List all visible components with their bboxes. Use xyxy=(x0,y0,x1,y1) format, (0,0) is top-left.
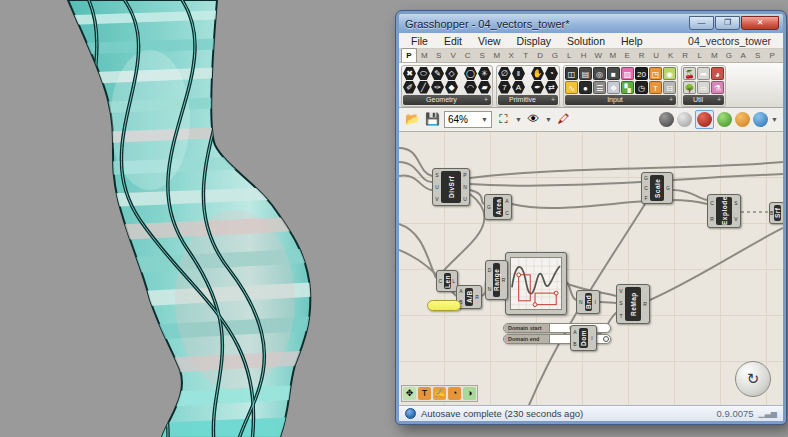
output-port-u[interactable]: U xyxy=(461,197,469,202)
hand-icon[interactable]: ✋ xyxy=(531,67,544,80)
output-port-p[interactable]: P xyxy=(461,173,469,178)
box3d-tool-icon[interactable]: ◳ xyxy=(649,67,662,80)
panel-tool-icon[interactable]: ▤ xyxy=(579,67,592,80)
star-icon[interactable]: ✳ xyxy=(478,67,491,80)
preview-wire-sphere-icon[interactable] xyxy=(677,112,692,127)
preview-shaded-gem-icon-selected[interactable] xyxy=(695,110,714,129)
spray-green-icon[interactable] xyxy=(717,112,732,127)
open-file-icon[interactable]: 📂 xyxy=(404,111,421,128)
group-expand-icon[interactable]: + xyxy=(717,95,721,105)
output-port-r[interactable]: R xyxy=(641,302,649,307)
tab-s-24[interactable]: S xyxy=(751,49,766,62)
point-icon[interactable]: ✖ xyxy=(403,67,416,80)
pen-icon[interactable]: ✑ xyxy=(431,81,444,94)
tag-tool-icon[interactable]: T xyxy=(649,81,662,94)
tab-l-20[interactable]: L xyxy=(693,49,708,62)
focus-extents-icon[interactable]: ⛶ xyxy=(495,111,512,128)
close-button[interactable]: ✕ xyxy=(741,16,779,30)
sketch-widget-icon[interactable]: ✍ xyxy=(433,387,446,400)
node-bnd[interactable]: NBndI xyxy=(576,290,600,314)
tab-m-6[interactable]: M xyxy=(490,49,505,62)
input-port-n[interactable]: N xyxy=(577,300,585,305)
output-port-r[interactable]: R xyxy=(500,278,507,283)
input-port-r[interactable]: R xyxy=(708,217,716,222)
knob-tool-icon[interactable]: ◎ xyxy=(593,67,606,80)
tab-p-0[interactable]: P xyxy=(401,48,417,62)
pipe-icon[interactable]: ‖ xyxy=(512,67,525,80)
output-port-a[interactable]: A xyxy=(503,199,511,204)
save-file-icon[interactable]: 💾 xyxy=(424,111,441,128)
preview-widget-icon[interactable]: ◑ xyxy=(463,387,476,400)
preview-off-sphere-icon[interactable] xyxy=(659,112,674,127)
sphere-tool-icon[interactable]: ● xyxy=(579,81,592,94)
divide-tool-icon[interactable]: ⊟ xyxy=(663,81,676,94)
input-port-s[interactable]: S xyxy=(617,301,625,306)
tab-k-18[interactable]: K xyxy=(664,49,679,62)
tab-d-9[interactable]: D xyxy=(533,49,548,62)
text-icon[interactable]: A xyxy=(512,81,525,94)
tab-w-13[interactable]: W xyxy=(591,49,606,62)
ink-icon[interactable]: ✒ xyxy=(531,81,544,94)
slider-tool-icon[interactable]: ◫ xyxy=(565,67,578,80)
yellow-panel-capsule[interactable] xyxy=(427,300,461,311)
output-port-i[interactable]: I xyxy=(588,336,596,341)
tab-m-14[interactable]: M xyxy=(606,49,621,62)
colorwheel-tool-icon[interactable]: ◉ xyxy=(663,67,676,80)
node-explode[interactable]: CRExplodeSV xyxy=(707,194,741,228)
tab-s-2[interactable]: S xyxy=(432,49,447,62)
tab-h-12[interactable]: H xyxy=(577,49,592,62)
group-expand-icon[interactable]: + xyxy=(669,95,673,105)
group-expand-icon[interactable]: + xyxy=(551,95,555,105)
menu-item-solution[interactable]: Solution xyxy=(559,35,613,47)
chevron-down-icon[interactable]: ▼ xyxy=(515,116,522,123)
cherry-picker-icon[interactable]: 🍒 xyxy=(683,67,696,80)
node-range[interactable]: DNRangeR xyxy=(485,260,508,300)
tab-p-25[interactable]: P xyxy=(765,49,780,62)
tab-m-1[interactable]: M xyxy=(417,49,432,62)
preview-eye-icon[interactable]: 👁 xyxy=(525,111,542,128)
slider-knob[interactable] xyxy=(603,336,609,342)
ball-blue-icon[interactable] xyxy=(753,112,768,127)
clock-tool-icon[interactable]: ◷ xyxy=(635,81,648,94)
output-port-l[interactable]: L xyxy=(451,279,458,284)
diamond-icon[interactable]: ◆ xyxy=(445,81,458,94)
node-area[interactable]: GAreaAC xyxy=(484,194,512,220)
node-scale[interactable]: GCFScaleG xyxy=(641,172,673,204)
gauge-icon[interactable]: ◔ xyxy=(545,67,558,80)
maximize-button[interactable]: ❐ xyxy=(715,16,740,30)
chevron-down-icon[interactable]: ▼ xyxy=(771,116,778,123)
relay-icon[interactable]: ➡ xyxy=(697,67,710,80)
input-port-t[interactable]: T xyxy=(617,314,625,319)
node-divsrf[interactable]: SUVDivSrfPNU xyxy=(432,168,470,206)
node-remap[interactable]: VSTReMapR xyxy=(616,284,650,324)
swatch-tool-icon[interactable]: ■ xyxy=(607,67,620,80)
input-port-a[interactable]: A xyxy=(457,289,465,294)
tab-u-17[interactable]: U xyxy=(649,49,664,62)
swap-icon[interactable]: ⇄ xyxy=(545,81,558,94)
node-srf[interactable]: BSrf xyxy=(769,202,783,224)
gradient-tool-icon[interactable]: ▨ xyxy=(621,67,634,80)
pencil-icon[interactable]: ✐ xyxy=(403,81,416,94)
output-port-c[interactable]: C xyxy=(503,211,511,216)
input-port-v[interactable]: V xyxy=(617,289,625,294)
tab-m-21[interactable]: M xyxy=(707,49,722,62)
graph-mapper-node[interactable] xyxy=(505,252,567,315)
input-port-c[interactable]: C xyxy=(708,201,716,206)
plane-icon[interactable]: ◇ xyxy=(445,67,458,80)
menu-item-file[interactable]: File xyxy=(403,35,436,47)
surface-icon[interactable]: ▰ xyxy=(478,81,491,94)
arrow-hollow-icon[interactable]: ⇨ xyxy=(697,81,710,94)
input-port-v[interactable]: V xyxy=(433,197,441,202)
node-dom[interactable]: ABDomI xyxy=(570,325,597,351)
null-item-icon[interactable]: ∅ xyxy=(498,67,511,80)
tab-e-15[interactable]: E xyxy=(620,49,635,62)
text-widget-icon[interactable]: T xyxy=(418,387,431,400)
move-widget-icon[interactable]: ✥ xyxy=(403,387,416,400)
tab-g-10[interactable]: G xyxy=(548,49,563,62)
output-port-s[interactable]: S xyxy=(732,201,740,206)
input-port-f[interactable]: F xyxy=(642,196,650,201)
preview-shaded-gem-icon[interactable] xyxy=(697,112,712,127)
sketch-icon[interactable]: ✎ xyxy=(431,67,444,80)
circle-icon[interactable]: ◯ xyxy=(464,67,477,80)
menu-item-display[interactable]: Display xyxy=(509,35,559,47)
